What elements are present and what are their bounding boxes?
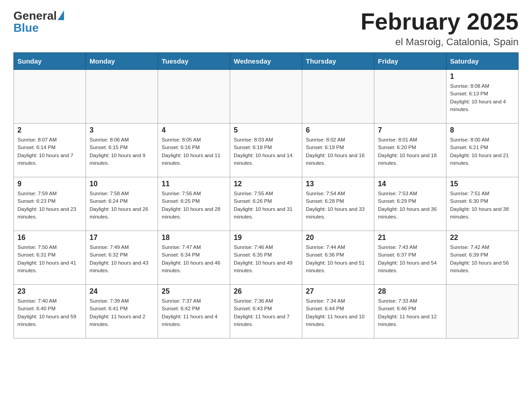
day-info: Sunrise: 7:36 AMSunset: 6:43 PMDaylight:… xyxy=(234,297,298,328)
day-info: Sunrise: 7:42 AMSunset: 6:39 PMDaylight:… xyxy=(450,244,515,274)
calendar-cell-5-7 xyxy=(446,285,519,338)
calendar-cell-5-5: 27Sunrise: 7:34 AMSunset: 6:44 PMDayligh… xyxy=(302,285,374,338)
page-header: General Blue February 2025 el Masroig, C… xyxy=(13,9,519,48)
day-number: 24 xyxy=(90,287,154,295)
day-info: Sunrise: 7:49 AMSunset: 6:32 PMDaylight:… xyxy=(90,244,154,274)
day-info: Sunrise: 7:58 AMSunset: 6:24 PMDaylight:… xyxy=(90,190,154,221)
day-number: 9 xyxy=(17,180,82,188)
calendar-cell-5-1: 23Sunrise: 7:40 AMSunset: 6:40 PMDayligh… xyxy=(14,285,86,338)
calendar-cell-3-6: 14Sunrise: 7:53 AMSunset: 6:29 PMDayligh… xyxy=(374,177,446,231)
col-monday: Monday xyxy=(86,53,158,70)
logo: General Blue xyxy=(13,9,64,35)
week-row-5: 23Sunrise: 7:40 AMSunset: 6:40 PMDayligh… xyxy=(14,285,519,338)
calendar-cell-4-6: 21Sunrise: 7:43 AMSunset: 6:37 PMDayligh… xyxy=(374,231,446,285)
day-number: 16 xyxy=(17,234,82,242)
col-wednesday: Wednesday xyxy=(230,53,302,70)
week-row-3: 9Sunrise: 7:59 AMSunset: 6:23 PMDaylight… xyxy=(14,177,519,231)
day-info: Sunrise: 8:02 AMSunset: 6:19 PMDaylight:… xyxy=(306,136,370,167)
week-row-1: 1Sunrise: 8:08 AMSunset: 6:13 PMDaylight… xyxy=(14,70,519,124)
day-info: Sunrise: 7:50 AMSunset: 6:31 PMDaylight:… xyxy=(17,244,82,274)
day-info: Sunrise: 8:07 AMSunset: 6:14 PMDaylight:… xyxy=(17,136,82,167)
day-number: 10 xyxy=(90,180,154,188)
day-info: Sunrise: 7:34 AMSunset: 6:44 PMDaylight:… xyxy=(306,297,370,328)
day-number: 11 xyxy=(162,180,226,188)
calendar-cell-3-5: 13Sunrise: 7:54 AMSunset: 6:28 PMDayligh… xyxy=(302,177,374,231)
calendar-cell-4-4: 19Sunrise: 7:46 AMSunset: 6:35 PMDayligh… xyxy=(230,231,302,285)
col-thursday: Thursday xyxy=(302,53,374,70)
calendar-cell-5-3: 25Sunrise: 7:37 AMSunset: 6:42 PMDayligh… xyxy=(158,285,230,338)
day-number: 17 xyxy=(90,234,154,242)
calendar-cell-2-4: 5Sunrise: 8:03 AMSunset: 6:18 PMDaylight… xyxy=(230,124,302,177)
day-number: 26 xyxy=(234,287,298,295)
col-sunday: Sunday xyxy=(14,53,86,70)
calendar-cell-4-3: 18Sunrise: 7:47 AMSunset: 6:34 PMDayligh… xyxy=(158,231,230,285)
day-info: Sunrise: 7:55 AMSunset: 6:26 PMDaylight:… xyxy=(234,190,298,221)
col-saturday: Saturday xyxy=(446,53,519,70)
day-number: 4 xyxy=(162,126,226,134)
day-number: 5 xyxy=(234,126,298,134)
calendar-cell-4-2: 17Sunrise: 7:49 AMSunset: 6:32 PMDayligh… xyxy=(86,231,158,285)
calendar-header-row: Sunday Monday Tuesday Wednesday Thursday… xyxy=(14,53,519,70)
day-info: Sunrise: 8:05 AMSunset: 6:16 PMDaylight:… xyxy=(162,136,226,167)
day-number: 21 xyxy=(378,234,442,242)
calendar-cell-1-7: 1Sunrise: 8:08 AMSunset: 6:13 PMDaylight… xyxy=(446,70,519,124)
calendar-cell-5-4: 26Sunrise: 7:36 AMSunset: 6:43 PMDayligh… xyxy=(230,285,302,338)
calendar-cell-1-2 xyxy=(86,70,158,124)
calendar-cell-2-6: 7Sunrise: 8:01 AMSunset: 6:20 PMDaylight… xyxy=(374,124,446,177)
page-subtitle: el Masroig, Catalonia, Spain xyxy=(360,36,519,48)
day-number: 25 xyxy=(162,287,226,295)
calendar-cell-5-2: 24Sunrise: 7:39 AMSunset: 6:41 PMDayligh… xyxy=(86,285,158,338)
day-number: 1 xyxy=(450,73,515,81)
week-row-4: 16Sunrise: 7:50 AMSunset: 6:31 PMDayligh… xyxy=(14,231,519,285)
page-title: February 2025 xyxy=(360,9,519,34)
calendar-cell-1-3 xyxy=(158,70,230,124)
day-info: Sunrise: 8:01 AMSunset: 6:20 PMDaylight:… xyxy=(378,136,442,167)
day-number: 28 xyxy=(378,287,442,295)
calendar-cell-2-7: 8Sunrise: 8:00 AMSunset: 6:21 PMDaylight… xyxy=(446,124,519,177)
day-info: Sunrise: 7:39 AMSunset: 6:41 PMDaylight:… xyxy=(90,297,154,328)
day-info: Sunrise: 7:53 AMSunset: 6:29 PMDaylight:… xyxy=(378,190,442,221)
calendar-cell-4-1: 16Sunrise: 7:50 AMSunset: 6:31 PMDayligh… xyxy=(14,231,86,285)
calendar-table: Sunday Monday Tuesday Wednesday Thursday… xyxy=(13,52,519,338)
day-info: Sunrise: 7:37 AMSunset: 6:42 PMDaylight:… xyxy=(162,297,226,328)
day-number: 27 xyxy=(306,287,370,295)
calendar-cell-3-4: 12Sunrise: 7:55 AMSunset: 6:26 PMDayligh… xyxy=(230,177,302,231)
logo-triangle-icon xyxy=(58,10,64,20)
day-info: Sunrise: 7:46 AMSunset: 6:35 PMDaylight:… xyxy=(234,244,298,274)
day-number: 3 xyxy=(90,126,154,134)
calendar-cell-3-3: 11Sunrise: 7:56 AMSunset: 6:25 PMDayligh… xyxy=(158,177,230,231)
calendar-cell-1-5 xyxy=(302,70,374,124)
day-info: Sunrise: 7:33 AMSunset: 6:46 PMDaylight:… xyxy=(378,297,442,328)
day-info: Sunrise: 8:08 AMSunset: 6:13 PMDaylight:… xyxy=(450,82,515,113)
logo-blue-text: Blue xyxy=(13,21,39,35)
day-number: 12 xyxy=(234,180,298,188)
calendar-cell-4-5: 20Sunrise: 7:44 AMSunset: 6:36 PMDayligh… xyxy=(302,231,374,285)
calendar-cell-2-2: 3Sunrise: 8:06 AMSunset: 6:15 PMDaylight… xyxy=(86,124,158,177)
day-info: Sunrise: 7:47 AMSunset: 6:34 PMDaylight:… xyxy=(162,244,226,274)
day-number: 19 xyxy=(234,234,298,242)
day-info: Sunrise: 7:51 AMSunset: 6:30 PMDaylight:… xyxy=(450,190,515,221)
day-info: Sunrise: 8:06 AMSunset: 6:15 PMDaylight:… xyxy=(90,136,154,167)
calendar-cell-1-1 xyxy=(14,70,86,124)
week-row-2: 2Sunrise: 8:07 AMSunset: 6:14 PMDaylight… xyxy=(14,124,519,177)
day-info: Sunrise: 7:54 AMSunset: 6:28 PMDaylight:… xyxy=(306,190,370,221)
day-info: Sunrise: 7:59 AMSunset: 6:23 PMDaylight:… xyxy=(17,190,82,221)
day-number: 7 xyxy=(378,126,442,134)
day-number: 23 xyxy=(17,287,82,295)
day-number: 20 xyxy=(306,234,370,242)
day-info: Sunrise: 7:40 AMSunset: 6:40 PMDaylight:… xyxy=(17,297,82,328)
calendar-cell-1-4 xyxy=(230,70,302,124)
calendar-cell-3-7: 15Sunrise: 7:51 AMSunset: 6:30 PMDayligh… xyxy=(446,177,519,231)
day-info: Sunrise: 7:43 AMSunset: 6:37 PMDaylight:… xyxy=(378,244,442,274)
day-number: 13 xyxy=(306,180,370,188)
day-number: 18 xyxy=(162,234,226,242)
day-info: Sunrise: 7:44 AMSunset: 6:36 PMDaylight:… xyxy=(306,244,370,274)
day-number: 15 xyxy=(450,180,515,188)
day-number: 6 xyxy=(306,126,370,134)
calendar-cell-4-7: 22Sunrise: 7:42 AMSunset: 6:39 PMDayligh… xyxy=(446,231,519,285)
day-number: 2 xyxy=(17,126,82,134)
calendar-cell-3-2: 10Sunrise: 7:58 AMSunset: 6:24 PMDayligh… xyxy=(86,177,158,231)
day-info: Sunrise: 8:00 AMSunset: 6:21 PMDaylight:… xyxy=(450,136,515,167)
calendar-cell-1-6 xyxy=(374,70,446,124)
calendar-cell-2-5: 6Sunrise: 8:02 AMSunset: 6:19 PMDaylight… xyxy=(302,124,374,177)
